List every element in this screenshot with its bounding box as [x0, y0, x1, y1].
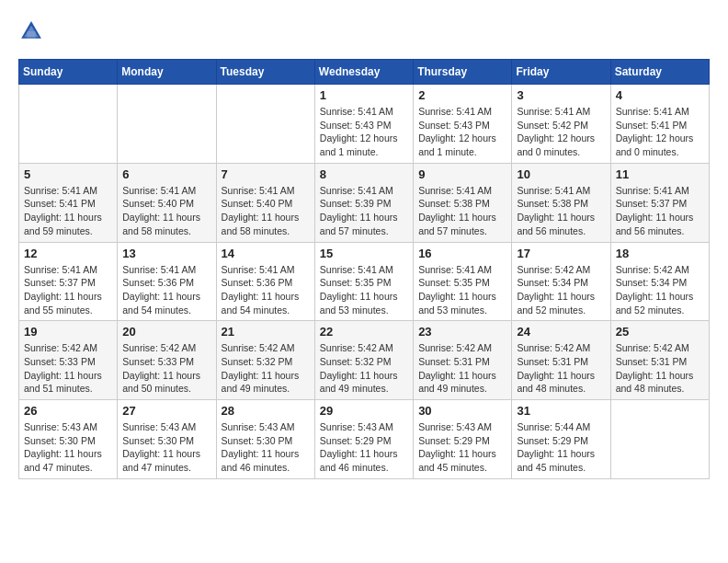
svg-rect-2	[27, 31, 35, 39]
calendar-cell: 3Sunrise: 5:41 AM Sunset: 5:42 PM Daylig…	[512, 85, 610, 164]
day-number: 9	[418, 167, 506, 181]
calendar-cell: 23Sunrise: 5:42 AM Sunset: 5:31 PM Dayli…	[414, 321, 512, 400]
logo-icon	[18, 18, 44, 44]
day-info: Sunrise: 5:41 AM Sunset: 5:39 PM Dayligh…	[320, 184, 408, 238]
day-info: Sunrise: 5:44 AM Sunset: 5:29 PM Dayligh…	[517, 420, 605, 475]
day-number: 29	[320, 404, 408, 418]
day-info: Sunrise: 5:42 AM Sunset: 5:33 PM Dayligh…	[24, 341, 112, 396]
page-header	[18, 18, 710, 44]
day-number: 16	[418, 247, 506, 260]
day-number: 3	[517, 88, 605, 102]
day-info: Sunrise: 5:42 AM Sunset: 5:31 PM Dayligh…	[517, 341, 605, 396]
calendar-cell: 8Sunrise: 5:41 AM Sunset: 5:39 PM Daylig…	[314, 163, 413, 242]
header-day-monday: Monday	[118, 60, 216, 85]
calendar-cell: 16Sunrise: 5:41 AM Sunset: 5:35 PM Dayli…	[414, 242, 512, 321]
day-info: Sunrise: 5:42 AM Sunset: 5:33 PM Dayligh…	[122, 341, 210, 396]
day-number: 4	[616, 88, 704, 102]
day-number: 12	[24, 247, 112, 260]
week-row-2: 5Sunrise: 5:41 AM Sunset: 5:41 PM Daylig…	[19, 163, 710, 242]
day-number: 15	[320, 247, 408, 260]
day-info: Sunrise: 5:41 AM Sunset: 5:40 PM Dayligh…	[122, 184, 210, 238]
calendar-cell	[216, 85, 314, 164]
calendar-cell	[19, 85, 118, 164]
day-info: Sunrise: 5:41 AM Sunset: 5:41 PM Dayligh…	[24, 184, 112, 238]
day-number: 19	[24, 325, 112, 339]
day-info: Sunrise: 5:43 AM Sunset: 5:30 PM Dayligh…	[222, 420, 310, 475]
day-number: 11	[616, 167, 704, 181]
day-number: 1	[320, 88, 408, 102]
week-row-4: 19Sunrise: 5:42 AM Sunset: 5:33 PM Dayli…	[19, 321, 710, 400]
calendar-cell: 6Sunrise: 5:41 AM Sunset: 5:40 PM Daylig…	[118, 163, 216, 242]
calendar-cell: 25Sunrise: 5:42 AM Sunset: 5:31 PM Dayli…	[610, 321, 709, 400]
day-info: Sunrise: 5:41 AM Sunset: 5:42 PM Dayligh…	[517, 105, 605, 159]
day-number: 31	[517, 404, 605, 418]
day-number: 10	[517, 167, 605, 181]
day-info: Sunrise: 5:41 AM Sunset: 5:37 PM Dayligh…	[24, 263, 112, 317]
day-info: Sunrise: 5:41 AM Sunset: 5:38 PM Dayligh…	[418, 184, 506, 238]
day-info: Sunrise: 5:41 AM Sunset: 5:37 PM Dayligh…	[616, 184, 704, 238]
day-number: 24	[517, 325, 605, 339]
day-number: 5	[24, 167, 112, 181]
calendar-cell: 26Sunrise: 5:43 AM Sunset: 5:30 PM Dayli…	[19, 400, 118, 479]
calendar-cell: 30Sunrise: 5:43 AM Sunset: 5:29 PM Dayli…	[414, 400, 512, 479]
calendar-cell: 21Sunrise: 5:42 AM Sunset: 5:32 PM Dayli…	[216, 321, 314, 400]
logo	[18, 18, 48, 44]
calendar-cell: 24Sunrise: 5:42 AM Sunset: 5:31 PM Dayli…	[512, 321, 610, 400]
day-info: Sunrise: 5:43 AM Sunset: 5:30 PM Dayligh…	[122, 420, 210, 475]
day-info: Sunrise: 5:42 AM Sunset: 5:32 PM Dayligh…	[320, 341, 408, 396]
calendar-table: SundayMondayTuesdayWednesdayThursdayFrid…	[18, 59, 710, 479]
calendar-cell: 13Sunrise: 5:41 AM Sunset: 5:36 PM Dayli…	[118, 242, 216, 321]
day-info: Sunrise: 5:41 AM Sunset: 5:40 PM Dayligh…	[222, 184, 310, 238]
calendar-cell: 7Sunrise: 5:41 AM Sunset: 5:40 PM Daylig…	[216, 163, 314, 242]
day-number: 7	[222, 167, 310, 181]
day-number: 13	[122, 247, 210, 260]
day-number: 22	[320, 325, 408, 339]
calendar-cell: 29Sunrise: 5:43 AM Sunset: 5:29 PM Dayli…	[314, 400, 413, 479]
day-number: 17	[517, 247, 605, 260]
calendar-cell: 5Sunrise: 5:41 AM Sunset: 5:41 PM Daylig…	[19, 163, 118, 242]
day-info: Sunrise: 5:41 AM Sunset: 5:35 PM Dayligh…	[418, 263, 506, 317]
day-number: 18	[616, 247, 704, 260]
day-number: 20	[122, 325, 210, 339]
calendar-cell: 22Sunrise: 5:42 AM Sunset: 5:32 PM Dayli…	[314, 321, 413, 400]
calendar-cell: 15Sunrise: 5:41 AM Sunset: 5:35 PM Dayli…	[314, 242, 413, 321]
day-info: Sunrise: 5:41 AM Sunset: 5:43 PM Dayligh…	[418, 105, 506, 159]
calendar-cell	[118, 85, 216, 164]
calendar-cell: 9Sunrise: 5:41 AM Sunset: 5:38 PM Daylig…	[414, 163, 512, 242]
calendar-cell: 12Sunrise: 5:41 AM Sunset: 5:37 PM Dayli…	[19, 242, 118, 321]
day-info: Sunrise: 5:42 AM Sunset: 5:31 PM Dayligh…	[418, 341, 506, 396]
calendar-cell: 28Sunrise: 5:43 AM Sunset: 5:30 PM Dayli…	[216, 400, 314, 479]
day-info: Sunrise: 5:42 AM Sunset: 5:34 PM Dayligh…	[517, 263, 605, 317]
calendar-cell: 19Sunrise: 5:42 AM Sunset: 5:33 PM Dayli…	[19, 321, 118, 400]
calendar-cell: 27Sunrise: 5:43 AM Sunset: 5:30 PM Dayli…	[118, 400, 216, 479]
calendar-cell: 11Sunrise: 5:41 AM Sunset: 5:37 PM Dayli…	[610, 163, 709, 242]
calendar-cell: 1Sunrise: 5:41 AM Sunset: 5:43 PM Daylig…	[314, 85, 413, 164]
week-row-3: 12Sunrise: 5:41 AM Sunset: 5:37 PM Dayli…	[19, 242, 710, 321]
day-info: Sunrise: 5:43 AM Sunset: 5:29 PM Dayligh…	[320, 420, 408, 475]
calendar-cell	[610, 400, 709, 479]
calendar-cell: 4Sunrise: 5:41 AM Sunset: 5:41 PM Daylig…	[610, 85, 709, 164]
day-info: Sunrise: 5:42 AM Sunset: 5:31 PM Dayligh…	[616, 341, 704, 396]
day-info: Sunrise: 5:42 AM Sunset: 5:32 PM Dayligh…	[222, 341, 310, 396]
day-number: 26	[24, 404, 112, 418]
day-number: 27	[122, 404, 210, 418]
day-number: 14	[222, 247, 310, 260]
header-day-wednesday: Wednesday	[314, 60, 413, 85]
day-number: 8	[320, 167, 408, 181]
week-row-1: 1Sunrise: 5:41 AM Sunset: 5:43 PM Daylig…	[19, 85, 710, 164]
calendar-cell: 20Sunrise: 5:42 AM Sunset: 5:33 PM Dayli…	[118, 321, 216, 400]
calendar-body: 1Sunrise: 5:41 AM Sunset: 5:43 PM Daylig…	[19, 85, 710, 479]
day-info: Sunrise: 5:41 AM Sunset: 5:35 PM Dayligh…	[320, 263, 408, 317]
day-number: 23	[418, 325, 506, 339]
day-info: Sunrise: 5:42 AM Sunset: 5:34 PM Dayligh…	[616, 263, 704, 317]
day-number: 28	[222, 404, 310, 418]
header-row: SundayMondayTuesdayWednesdayThursdayFrid…	[19, 60, 710, 85]
calendar-cell: 18Sunrise: 5:42 AM Sunset: 5:34 PM Dayli…	[610, 242, 709, 321]
header-day-saturday: Saturday	[610, 60, 709, 85]
header-day-thursday: Thursday	[414, 60, 512, 85]
calendar-header: SundayMondayTuesdayWednesdayThursdayFrid…	[19, 60, 710, 85]
header-day-sunday: Sunday	[19, 60, 118, 85]
day-number: 21	[222, 325, 310, 339]
day-info: Sunrise: 5:43 AM Sunset: 5:30 PM Dayligh…	[24, 420, 112, 475]
day-info: Sunrise: 5:41 AM Sunset: 5:36 PM Dayligh…	[122, 263, 210, 317]
